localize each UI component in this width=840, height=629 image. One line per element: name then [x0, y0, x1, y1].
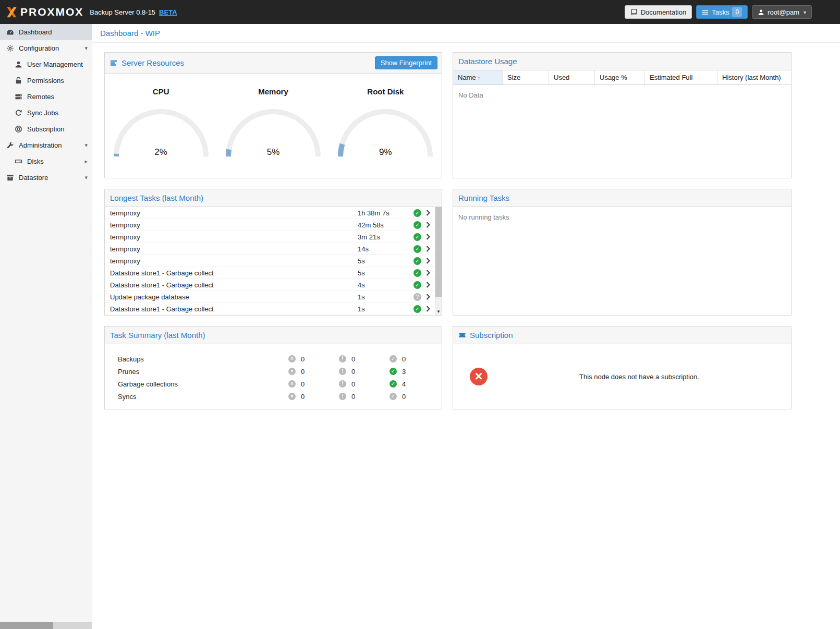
server-resources-panel: Server Resources Show Fingerprint CPU [104, 52, 442, 178]
column-header-name[interactable]: Name↑ [453, 70, 503, 84]
check-circle-icon: ✓ [413, 233, 421, 241]
caret-right-icon[interactable]: ▸ [84, 158, 88, 165]
sidebar-item-label: Configuration [19, 44, 59, 52]
column-header-estimated-full[interactable]: Estimated Full [645, 70, 717, 84]
memory-gauge: Memory 5% [217, 87, 329, 160]
beta-link[interactable]: BETA [159, 8, 177, 16]
task-row[interactable]: termproxy 42m 58s ✓ [105, 219, 435, 231]
sidebar: Dashboard Configuration ▾ User Managemen… [0, 24, 92, 629]
logo-text: PROXMOX [20, 6, 83, 18]
chevron-right-icon[interactable] [421, 294, 435, 300]
show-fingerprint-button[interactable]: Show Fingerprint [375, 56, 437, 69]
exclamation-circle-icon: ! [339, 355, 346, 362]
chevron-right-icon[interactable] [421, 246, 435, 252]
scroll-down-arrow[interactable]: ▼ [435, 308, 442, 315]
check-circle-icon: ✓ [413, 305, 421, 313]
exclamation-circle-icon: ! [339, 393, 346, 400]
chevron-right-icon[interactable] [421, 210, 435, 216]
running-tasks-panel: Running Tasks No running tasks [453, 189, 792, 316]
cpu-gauge: CPU 2% [105, 87, 217, 160]
subscription-panel: Subscription × This node does not have a… [453, 326, 792, 409]
sidebar-item-subscription[interactable]: Subscription [0, 121, 92, 137]
column-header-usage-pct[interactable]: Usage % [595, 70, 645, 84]
tasks-button[interactable]: Tasks 0 [696, 5, 748, 19]
caret-down-icon[interactable]: ▾ [84, 174, 88, 181]
root-disk-gauge: Root Disk 9% [330, 87, 442, 160]
column-header-history[interactable]: History (last Month) [717, 70, 791, 84]
caret-down-icon: ▾ [804, 9, 806, 15]
book-icon [630, 8, 638, 16]
proxmox-logo: PROXMOX [5, 6, 83, 19]
sidebar-item-remotes[interactable]: Remotes [0, 89, 92, 105]
task-row[interactable]: termproxy 5s ✓ [105, 255, 435, 267]
exclamation-circle-icon: ! [339, 368, 346, 375]
chevron-right-icon[interactable] [421, 222, 435, 228]
sidebar-item-disks[interactable]: Disks ▸ [0, 153, 92, 170]
ticket-icon [458, 331, 466, 339]
panel-title: Longest Tasks (last Month) [110, 193, 203, 202]
chevron-right-icon[interactable] [421, 258, 435, 264]
tasks-label: Tasks [712, 8, 729, 16]
panel-title: Running Tasks [458, 193, 509, 202]
panel-title: Task Summary (last Month) [110, 331, 205, 340]
task-row[interactable]: termproxy 14s ✓ [105, 243, 435, 255]
main-content: Dashboard - WIP Server Resources Show Fi… [93, 24, 840, 629]
documentation-button[interactable]: Documentation [625, 5, 692, 19]
gears-icon [6, 44, 14, 52]
check-circle-icon: ✓ [389, 380, 397, 388]
longest-tasks-list: termproxy 1h 38m 7s ✓ termproxy 42m 58s … [105, 207, 442, 315]
chevron-right-icon[interactable] [421, 306, 435, 312]
sidebar-item-label: Sync Jobs [27, 109, 58, 117]
sidebar-item-sync-jobs[interactable]: Sync Jobs [0, 105, 92, 121]
sidebar-item-datastore[interactable]: Datastore ▾ [0, 170, 92, 186]
times-circle-icon: × [288, 393, 296, 400]
caret-down-icon[interactable]: ▾ [84, 142, 88, 149]
tachometer-icon [6, 28, 14, 36]
hdd-icon [15, 158, 22, 165]
check-circle-icon: ✓ [413, 269, 421, 277]
sidebar-item-configuration[interactable]: Configuration ▾ [0, 40, 92, 56]
subscription-message: This node does not have a subscription. [488, 373, 791, 381]
task-row[interactable]: Datastore store1 - Garbage collect 4s ✓ [105, 279, 435, 291]
chevron-right-icon[interactable] [421, 270, 435, 276]
resource-bars-icon [110, 59, 118, 67]
task-row[interactable]: Update package database 1s ? [105, 291, 435, 303]
check-circle-icon: ✓ [413, 281, 421, 289]
vertical-scrollbar[interactable]: ▼ [435, 207, 442, 315]
check-circle-icon: ✓ [413, 245, 421, 253]
page-title: Dashboard - WIP [93, 24, 840, 43]
task-row[interactable]: termproxy 3m 21s ✓ [105, 231, 435, 243]
subscription-header: Subscription [453, 326, 791, 344]
panel-title: Server Resources [121, 58, 184, 67]
chevron-right-icon[interactable] [421, 234, 435, 240]
sidebar-item-label: Datastore [19, 174, 48, 182]
refresh-icon [15, 109, 22, 117]
column-header-size[interactable]: Size [503, 70, 549, 84]
task-row[interactable]: Datastore store1 - Garbage collect 5s ✓ [105, 267, 435, 279]
check-circle-icon: ✓ [413, 257, 421, 265]
sidebar-item-user-management[interactable]: User Management [0, 56, 92, 72]
list-icon [702, 9, 709, 16]
user-menu-button[interactable]: root@pam ▾ [752, 5, 812, 19]
task-row[interactable]: termproxy 1h 38m 7s ✓ [105, 207, 435, 219]
sidebar-item-permissions[interactable]: Permissions [0, 72, 92, 89]
times-circle-icon: × [470, 368, 488, 385]
no-running-tasks-text: No running tasks [453, 207, 791, 227]
task-row[interactable]: Datastore store1 - Garbage collect 1s ✓ [105, 303, 435, 315]
chevron-right-icon[interactable] [421, 282, 435, 288]
sidebar-item-dashboard[interactable]: Dashboard [0, 24, 92, 40]
caret-down-icon[interactable]: ▾ [84, 45, 88, 52]
server-icon [15, 93, 22, 101]
task-summary-list: Backups ×0 !0 ✓0 Prunes ×0 !0 ✓3 Gar [105, 344, 442, 403]
sidebar-item-administration[interactable]: Administration ▾ [0, 137, 92, 153]
scrollbar-thumb[interactable] [0, 622, 53, 629]
task-summary-panel: Task Summary (last Month) Backups ×0 !0 … [104, 326, 442, 409]
wrench-icon [6, 141, 14, 149]
gauge-label: Root Disk [367, 87, 404, 96]
column-header-used[interactable]: Used [549, 70, 595, 84]
scrollbar-thumb[interactable] [435, 207, 442, 297]
check-circle-icon: ✓ [389, 368, 397, 375]
sidebar-horizontal-scrollbar[interactable] [0, 622, 92, 629]
summary-row-garbage-collections: Garbage collections ×0 !0 ✓4 [118, 378, 442, 390]
times-circle-icon: × [288, 368, 296, 375]
